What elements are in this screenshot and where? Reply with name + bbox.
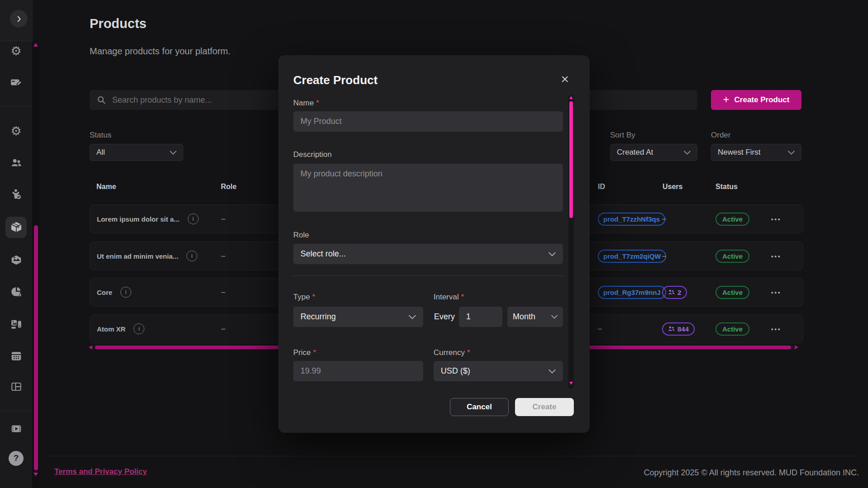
column-header-id: ID bbox=[598, 183, 605, 191]
price-field[interactable] bbox=[293, 361, 423, 381]
cancel-button[interactable]: Cancel bbox=[450, 398, 509, 416]
card-edit-icon bbox=[10, 76, 22, 88]
role-label: Role bbox=[293, 231, 309, 240]
status-filter-select[interactable]: All bbox=[90, 144, 183, 161]
product-name: Core bbox=[97, 289, 112, 296]
create-button[interactable]: Create bbox=[515, 398, 574, 416]
layout-icon bbox=[10, 381, 22, 393]
scroll-up-arrow-icon[interactable] bbox=[33, 43, 38, 47]
scroll-up-arrow-icon[interactable] bbox=[569, 96, 573, 99]
required-asterisk: * bbox=[316, 99, 319, 107]
every-label: Every bbox=[434, 312, 455, 322]
close-icon[interactable]: × bbox=[561, 72, 569, 86]
users-icon bbox=[668, 289, 675, 295]
gear-icon: ⚙ bbox=[10, 125, 21, 137]
required-asterisk: * bbox=[467, 348, 470, 357]
scroll-down-arrow-icon[interactable] bbox=[569, 382, 573, 385]
scroll-left-arrow-icon[interactable] bbox=[89, 345, 92, 350]
terms-privacy-link[interactable]: Terms and Privacy Policy bbox=[54, 467, 147, 476]
product-users: – bbox=[662, 215, 666, 223]
order-label: Order bbox=[711, 131, 730, 140]
name-label: Name* bbox=[293, 99, 319, 108]
row-menu-button[interactable]: ••• bbox=[771, 289, 782, 296]
product-role: – bbox=[221, 215, 225, 223]
sidebar-item-members[interactable] bbox=[0, 184, 32, 205]
sidebar-item-analytics[interactable] bbox=[0, 281, 32, 302]
column-header-role: Role bbox=[221, 183, 237, 191]
price-label: Price* bbox=[293, 348, 316, 357]
sidebar-expand-button[interactable] bbox=[10, 10, 28, 28]
order-select[interactable]: Newest First bbox=[711, 144, 801, 161]
column-header-name: Name bbox=[96, 183, 116, 191]
info-icon[interactable]: i bbox=[134, 323, 144, 334]
gear-icon: ⚙ bbox=[10, 45, 21, 57]
sidebar-item-help[interactable]: ? bbox=[0, 448, 32, 469]
gallery-icon bbox=[10, 318, 22, 330]
person-check-icon bbox=[10, 189, 22, 200]
product-users: – bbox=[662, 252, 666, 260]
chevron-down-icon bbox=[409, 315, 416, 319]
product-name-field[interactable] bbox=[293, 111, 563, 132]
sidebar-item-products[interactable] bbox=[0, 217, 32, 237]
required-asterisk: * bbox=[313, 348, 316, 357]
scroll-right-arrow-icon[interactable] bbox=[795, 345, 798, 350]
product-role: – bbox=[221, 325, 225, 333]
modal-scrollbar-thumb[interactable] bbox=[569, 101, 573, 218]
footer-divider bbox=[48, 456, 858, 456]
scroll-down-arrow-icon[interactable] bbox=[33, 473, 38, 476]
search-icon bbox=[97, 95, 106, 104]
help-icon: ? bbox=[9, 451, 24, 466]
sidebar-item-media[interactable] bbox=[0, 250, 32, 270]
product-id-badge[interactable]: prod_T7zzhNf3qs bbox=[598, 213, 665, 226]
sidebar-item-layout[interactable] bbox=[0, 376, 32, 397]
chevron-down-icon bbox=[684, 151, 691, 155]
page-vertical-scrollbar-thumb[interactable] bbox=[34, 225, 38, 470]
chevron-down-icon bbox=[548, 369, 556, 374]
currency-select[interactable]: USD ($) bbox=[434, 361, 563, 381]
chevron-right-icon bbox=[14, 14, 24, 24]
sidebar-divider bbox=[0, 411, 32, 411]
status-badge: Active bbox=[715, 322, 749, 336]
package-icon bbox=[10, 221, 23, 233]
product-description-field[interactable] bbox=[293, 164, 563, 212]
info-icon[interactable]: i bbox=[120, 287, 131, 298]
column-header-users: Users bbox=[663, 183, 682, 191]
interval-label: Interval* bbox=[434, 293, 464, 302]
chevron-down-icon bbox=[170, 151, 176, 155]
row-menu-button[interactable]: ••• bbox=[771, 216, 782, 223]
sidebar-item-card[interactable] bbox=[0, 72, 32, 93]
copyright-text: Copyright 2025 © All rights reserved. MU… bbox=[644, 468, 859, 478]
video-player-icon bbox=[10, 423, 22, 435]
sidebar-divider bbox=[0, 106, 32, 106]
role-select[interactable]: Select role... bbox=[293, 244, 563, 264]
sidebar-item-calendar[interactable] bbox=[0, 346, 32, 366]
sort-by-select[interactable]: Created At bbox=[610, 144, 697, 161]
calendar-icon bbox=[10, 350, 22, 362]
type-select[interactable]: Recurring bbox=[293, 307, 423, 327]
sidebar-item-settings[interactable]: ⚙ bbox=[0, 41, 32, 62]
column-header-status: Status bbox=[715, 183, 738, 191]
row-menu-button[interactable]: ••• bbox=[771, 326, 782, 332]
page-subtitle: Manage products for your platform. bbox=[90, 46, 230, 57]
interval-unit-select[interactable]: Month bbox=[507, 307, 563, 327]
modal-title: Create Product bbox=[293, 73, 377, 87]
interval-count-field[interactable] bbox=[459, 307, 502, 327]
users-icon bbox=[10, 157, 22, 169]
users-count-badge: 2 bbox=[662, 286, 687, 299]
sidebar-item-gallery[interactable] bbox=[0, 314, 32, 335]
info-icon[interactable]: i bbox=[186, 251, 197, 261]
row-menu-button[interactable]: ••• bbox=[771, 253, 782, 260]
sort-by-label: Sort By bbox=[610, 131, 635, 140]
info-icon[interactable]: i bbox=[188, 213, 199, 224]
type-label: Type* bbox=[293, 293, 315, 302]
chevron-down-icon bbox=[548, 252, 556, 256]
product-id-badge[interactable]: prod_Rg37m9nnJ bbox=[598, 286, 666, 299]
section-divider bbox=[293, 275, 563, 276]
sidebar-item-admin-settings[interactable]: ⚙ bbox=[0, 121, 32, 142]
product-name: Lorem ipsum dolor sit a... bbox=[97, 215, 180, 223]
sidebar-item-video[interactable] bbox=[0, 418, 32, 439]
product-id-badge[interactable]: prod_T7zm2qiQW bbox=[598, 250, 666, 263]
create-product-label: Create Product bbox=[734, 95, 790, 104]
sidebar-item-users[interactable] bbox=[0, 152, 32, 173]
create-product-button[interactable]: + Create Product bbox=[711, 90, 801, 110]
